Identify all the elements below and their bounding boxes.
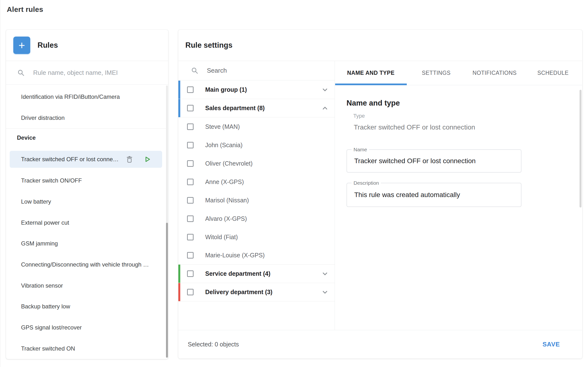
rule-item-label: Identification via RFID/iButton/Camera — [21, 93, 120, 100]
object-label: Witold (Fiat) — [205, 234, 238, 241]
object-checkbox[interactable] — [187, 142, 194, 148]
rules-search-field[interactable]: Rule name, object name, IMEI — [6, 61, 168, 85]
object-checkbox[interactable] — [187, 124, 194, 130]
rule-item[interactable]: Vibration sensor — [6, 275, 168, 296]
tab-schedule[interactable]: SCHEDULE — [524, 61, 582, 85]
tab-settings[interactable]: SETTINGS — [407, 61, 465, 85]
rule-item[interactable]: GSM jamming — [6, 233, 168, 254]
description-input-label: Description — [351, 180, 381, 186]
object-label: Marie-Louise (X-GPS) — [205, 252, 265, 259]
tree-group-row[interactable]: Main group (1) — [178, 81, 335, 99]
trash-icon — [126, 156, 133, 163]
group-label: Sales department (8) — [205, 105, 265, 112]
rules-scrollbar-thumb[interactable] — [166, 223, 168, 358]
tab-label: SETTINGS — [422, 70, 450, 76]
save-button[interactable]: SAVE — [542, 341, 560, 348]
rule-item[interactable]: Backup battery low — [6, 296, 168, 317]
group-checkbox[interactable] — [187, 86, 194, 93]
chevron-down-icon[interactable] — [321, 289, 329, 296]
search-icon — [191, 67, 198, 74]
rules-panel-title: Rules — [38, 41, 58, 50]
form-section-heading: Name and type — [346, 99, 400, 108]
group-checkbox[interactable] — [187, 105, 194, 111]
name-input-label: Name — [351, 147, 369, 152]
object-checkbox[interactable] — [187, 216, 194, 222]
tree-object-row[interactable]: Steve (MAN) — [178, 117, 335, 136]
rule-item-label: Low battery — [21, 198, 51, 205]
rules-scrollbar[interactable] — [166, 85, 168, 358]
run-rule-button[interactable] — [144, 156, 151, 163]
settings-footer: Selected: 0 objects SAVE — [178, 330, 582, 359]
object-label: Anne (X-GPS) — [205, 178, 244, 185]
chevron-up-icon[interactable] — [321, 105, 329, 112]
rule-item[interactable]: Connecting/Disconnecting with vehicle th… — [6, 254, 168, 275]
rule-item-label: GPS signal lost/recover — [21, 324, 82, 331]
object-checkbox[interactable] — [187, 252, 194, 259]
rule-item[interactable]: Driver distraction — [6, 107, 168, 128]
tree-object-row[interactable]: Marisol (Nissan) — [178, 191, 335, 209]
object-checkbox[interactable] — [187, 179, 194, 185]
tab-label: NOTIFICATIONS — [473, 70, 517, 76]
group-color-stripe — [178, 99, 180, 117]
tree-object-row[interactable]: Anne (X-GPS) — [178, 173, 335, 191]
object-checkbox[interactable] — [187, 234, 194, 240]
tree-group-row[interactable]: Sales department (8) — [178, 99, 335, 117]
tree-object-row[interactable]: John (Scania) — [178, 136, 335, 154]
rules-panel: + Rules Rule name, object name, IMEI Ide… — [6, 30, 168, 359]
tree-group-row[interactable]: Delivery department (3) — [178, 283, 335, 301]
tree-object-row[interactable]: Witold (Fiat) — [178, 228, 335, 246]
description-input[interactable]: Description This rule was created automa… — [346, 183, 522, 207]
chevron-down-icon[interactable] — [321, 86, 329, 93]
rule-item-selected[interactable]: Tracker switched OFF or lost conne… — [10, 151, 162, 168]
name-and-type-form: Name and type Type Tracker switched OFF … — [335, 85, 582, 330]
rule-item[interactable]: External power cut — [6, 212, 168, 233]
rule-item-label: External power cut — [21, 219, 69, 226]
object-label: John (Scania) — [205, 142, 243, 149]
rule-settings-panel: Rule settings Search Main group (1) Sale… — [178, 30, 582, 359]
rule-settings-header: Rule settings — [178, 30, 582, 61]
tree-object-row[interactable]: Marie-Louise (X-GPS) — [178, 246, 335, 265]
rule-item[interactable]: Identification via RFID/iButton/Camera — [6, 86, 168, 107]
tree-object-row[interactable]: Alvaro (X-GPS) — [178, 209, 335, 228]
rules-search-placeholder: Rule name, object name, IMEI — [33, 69, 118, 76]
rule-item[interactable]: Tracker switch ON/OFF — [6, 170, 168, 191]
tree-group-row[interactable]: Service department (4) — [178, 265, 335, 283]
name-input[interactable]: Name Tracker switched OFF or lost connec… — [346, 149, 522, 173]
active-tab-indicator — [335, 83, 407, 85]
tab-label: NAME AND TYPE — [347, 70, 394, 76]
chevron-down-icon[interactable] — [321, 270, 329, 277]
rule-item-label: Tracker switch ON/OFF — [21, 177, 82, 184]
rule-item-label: Connecting/Disconnecting with vehicle th… — [21, 261, 149, 268]
selected-objects-count: Selected: 0 objects — [188, 341, 239, 348]
object-label: Steve (MAN) — [205, 123, 240, 130]
rule-item-label: Backup battery low — [21, 303, 70, 310]
rule-item[interactable]: Tracker switched ON — [6, 338, 168, 359]
delete-rule-button[interactable] — [126, 156, 133, 163]
form-scrollbar-thumb[interactable] — [580, 90, 581, 208]
rule-item-label: GSM jamming — [21, 240, 58, 247]
rule-item-label: Tracker switched ON — [21, 345, 75, 352]
name-input-value: Tracker switched OFF or lost connection — [354, 157, 476, 165]
type-field-label: Type — [353, 113, 365, 119]
add-rule-button[interactable]: + — [13, 37, 30, 54]
object-label: Alvaro (X-GPS) — [205, 215, 247, 222]
rules-header: + Rules — [6, 30, 168, 61]
settings-tab-bar: NAME AND TYPE SETTINGS NOTIFICATIONS SCH… — [335, 61, 582, 85]
rule-settings-title: Rule settings — [185, 41, 233, 50]
rule-item[interactable]: Low battery — [6, 191, 168, 212]
group-color-stripe — [178, 81, 180, 99]
play-icon — [144, 156, 151, 163]
object-checkbox[interactable] — [187, 197, 194, 204]
group-checkbox[interactable] — [187, 289, 194, 295]
description-input-value: This rule was created automatically — [354, 191, 460, 199]
group-color-stripe — [178, 265, 180, 283]
tab-name-and-type[interactable]: NAME AND TYPE — [335, 61, 407, 85]
object-checkbox[interactable] — [187, 160, 194, 167]
tab-notifications[interactable]: NOTIFICATIONS — [465, 61, 524, 85]
objects-search-field[interactable]: Search — [178, 61, 335, 80]
tree-object-row[interactable]: Oliver (Chevrolet) — [178, 154, 335, 173]
group-color-stripe — [178, 283, 180, 301]
group-checkbox[interactable] — [187, 270, 194, 277]
rule-item-label: Driver distraction — [21, 115, 65, 121]
rule-item[interactable]: GPS signal lost/recover — [6, 317, 168, 338]
